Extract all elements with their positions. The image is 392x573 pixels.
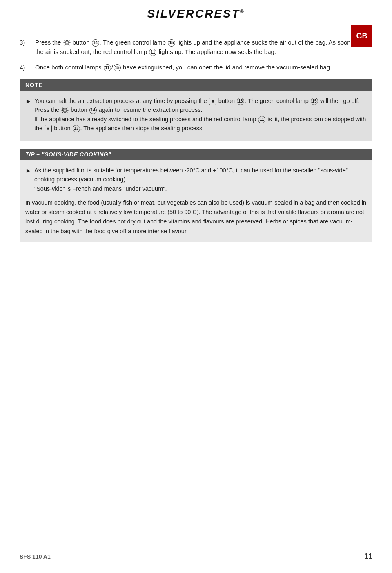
- step-3-num: 3): [20, 38, 35, 57]
- page-header: SilverCrest®: [20, 0, 372, 25]
- gb-badge: GB: [351, 25, 372, 47]
- lamp-num-11b: 11: [104, 64, 111, 71]
- tip-box: TIP – "SOUS-VIDE COOKING" ► As the suppl…: [20, 149, 372, 242]
- gear-icon-2: [61, 107, 69, 114]
- step-4-num: 4): [20, 62, 35, 72]
- main-content: 3) Press the button 14. The green contro…: [20, 25, 372, 262]
- svg-point-0: [66, 42, 68, 44]
- stop-btn-icon-2: ■: [45, 125, 52, 132]
- btn-num-13b: 13: [73, 125, 80, 132]
- lamp-num-15b: 15: [114, 64, 121, 71]
- btn-num-13a: 13: [237, 98, 244, 105]
- page-footer: SFS 110 A1 11: [20, 548, 372, 561]
- tip-text-1: As the supplied film is suitable for tem…: [34, 166, 367, 193]
- footer-model: SFS 110 A1: [20, 553, 51, 560]
- lamp-num-15c: 15: [311, 98, 318, 105]
- svg-point-3: [63, 108, 67, 113]
- svg-point-1: [65, 41, 69, 45]
- note-bullet-1: ► You can halt the air extraction proces…: [25, 96, 367, 133]
- tip-body: ► As the supplied film is suitable for t…: [20, 160, 372, 242]
- lamp-num-11c: 11: [258, 116, 265, 123]
- note-header: NOTE: [20, 79, 372, 91]
- brand-logo: SilverCrest®: [20, 7, 372, 20]
- btn-num-14: 14: [92, 39, 99, 47]
- btn-num-14b: 14: [89, 107, 97, 114]
- svg-point-2: [64, 109, 66, 111]
- stop-btn-icon-1: ■: [209, 98, 216, 105]
- step-3: 3) Press the button 14. The green contro…: [20, 38, 372, 57]
- tip-extra-para: In vacuum cooking, the food (usually fis…: [25, 198, 367, 236]
- tip-bullet-1: ► As the supplied film is suitable for t…: [25, 166, 367, 193]
- tip-header: TIP – "SOUS-VIDE COOKING": [20, 149, 372, 160]
- lamp-num-11a: 11: [149, 49, 156, 56]
- step-4-text: Once both control lamps 11/15 have extin…: [35, 62, 372, 72]
- gear-icon: [63, 39, 71, 47]
- tip-arrow-1: ►: [25, 166, 34, 193]
- note-box: NOTE ► You can halt the air extraction p…: [20, 79, 372, 141]
- note-body: ► You can halt the air extraction proces…: [20, 91, 372, 141]
- step-4: 4) Once both control lamps 11/15 have ex…: [20, 62, 372, 72]
- step-3-text: Press the button 14. The green control l…: [35, 38, 372, 57]
- footer-page: 11: [364, 552, 372, 561]
- note-arrow-1: ►: [25, 96, 34, 133]
- note-text-1: You can halt the air extraction process …: [34, 96, 367, 133]
- trademark: ®: [240, 9, 245, 15]
- brand-name: SilverCrest: [147, 7, 240, 20]
- lamp-num-15a: 15: [168, 39, 175, 47]
